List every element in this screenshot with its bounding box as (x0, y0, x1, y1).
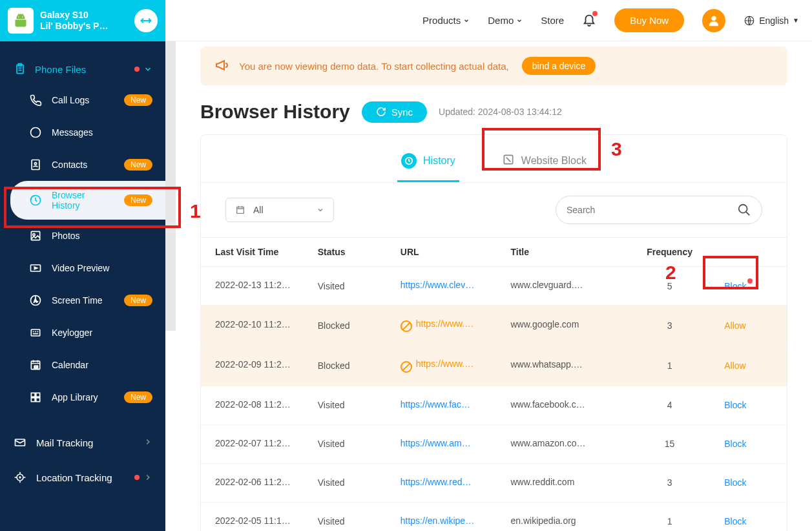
sidebar-item-location-tracking[interactable]: Location Tracking (0, 460, 165, 495)
refresh-icon (376, 107, 386, 117)
sidebar-item-label: Calendar (52, 360, 88, 370)
cell-action: Block (718, 463, 787, 502)
notification-dot (134, 67, 140, 72)
cell-url: https://en.wikipe… (394, 502, 505, 531)
cell-action: Allow (718, 346, 787, 386)
cell-title: www.whatsapp.… (504, 346, 621, 386)
col-action (718, 238, 787, 267)
new-badge: New (124, 194, 152, 206)
col-title: Title (504, 238, 621, 267)
switch-device-icon[interactable] (134, 9, 158, 32)
sidebar-item-keylogger[interactable]: Keylogger (0, 317, 165, 349)
action-block[interactable]: Block (724, 477, 746, 488)
svg-point-7 (33, 234, 35, 236)
updated-text: Updated: 2024-08-03 13:44:12 (439, 107, 562, 117)
search-input[interactable] (567, 205, 731, 215)
cell-action: Block (718, 424, 787, 463)
clipboard-icon (13, 62, 27, 76)
cell-frequency: 3 (621, 306, 718, 346)
cell-time: 2022-02-09 11:2… (201, 346, 311, 386)
sidebar-item-label: Call Logs (52, 95, 89, 105)
chevron-down-icon (463, 17, 470, 24)
sidebar-item-screen-time[interactable]: AScreen TimeNew (0, 284, 165, 317)
sidebar-section-label: Phone Files (35, 64, 86, 75)
col-status: Status (311, 238, 394, 267)
action-block[interactable]: Block (724, 439, 746, 449)
action-block[interactable]: Block (724, 516, 746, 526)
sync-button[interactable]: Sync (362, 101, 427, 123)
search-box[interactable] (556, 196, 762, 224)
nav-icon (28, 261, 43, 275)
language-selector[interactable]: English ▼ (744, 15, 799, 26)
nav-icon (28, 193, 43, 207)
url-link[interactable]: https://www.… (416, 318, 474, 329)
nav-icon: 12 (28, 358, 43, 372)
cell-status: Visited (311, 424, 394, 463)
table-row: 2022-02-05 11:1…Visitedhttps://en.wikipe… (201, 502, 787, 531)
svg-rect-14 (31, 393, 35, 397)
sidebar-item-app-library[interactable]: App LibraryNew (0, 381, 165, 413)
nav-store[interactable]: Store (541, 15, 564, 26)
url-link[interactable]: https://en.wikipe… (401, 515, 474, 526)
scrollbar[interactable] (165, 41, 176, 331)
table-row: 2022-02-10 11:2…Blockedhttps://www.…www.… (201, 306, 787, 346)
sidebar-item-label: Mail Tracking (36, 437, 93, 448)
cell-title: www.amazon.co… (504, 424, 621, 463)
url-link[interactable]: https://www.am… (401, 438, 471, 448)
nav-demo[interactable]: Demo (488, 15, 523, 26)
cell-action: Block (718, 502, 787, 531)
tab-website-block[interactable]: Website Block (498, 147, 590, 182)
cell-time: 2022-02-07 11:2… (201, 424, 311, 463)
sidebar-item-messages[interactable]: Messages (0, 116, 165, 149)
globe-icon (744, 15, 755, 26)
chevron-right-icon (143, 473, 152, 482)
action-allow[interactable]: Allow (724, 320, 745, 331)
cell-status: Blocked (311, 306, 394, 346)
sidebar-item-photos[interactable]: Photos (0, 220, 165, 252)
sidebar-item-video-preview[interactable]: Video Preview (0, 252, 165, 284)
sidebar-item-mail-tracking[interactable]: Mail Tracking (0, 425, 165, 460)
nav-products[interactable]: Products (422, 15, 470, 26)
android-icon (8, 8, 34, 34)
avatar[interactable] (702, 9, 725, 32)
sidebar-item-label: Messages (52, 127, 93, 138)
clock-icon (401, 153, 417, 169)
sidebar: Galaxy S10 Lil' Bobby's Pho… Phone Files… (0, 0, 165, 531)
chevron-down-icon (317, 206, 324, 214)
nav-icon: A (28, 293, 43, 307)
sidebar-item-call-logs[interactable]: Call LogsNew (0, 84, 165, 116)
nav-icon (28, 326, 43, 340)
notifications-icon[interactable] (582, 12, 596, 29)
action-block[interactable]: Block (724, 281, 746, 291)
action-block[interactable]: Block (724, 400, 746, 410)
svg-rect-16 (31, 398, 35, 402)
device-header: Galaxy S10 Lil' Bobby's Pho… (0, 0, 165, 41)
nav-icon (28, 93, 43, 107)
sidebar-item-calendar[interactable]: 12Calendar (0, 349, 165, 381)
svg-text:A: A (34, 298, 37, 303)
bind-device-button[interactable]: bind a device (522, 57, 596, 75)
buy-now-button[interactable]: Buy Now (614, 8, 684, 32)
sidebar-item-label: Contacts (52, 160, 87, 170)
url-link[interactable]: https://www.… (416, 359, 474, 369)
tab-history[interactable]: History (397, 147, 459, 182)
col-url: URL (394, 238, 505, 267)
sidebar-item-label: Screen Time (52, 295, 103, 306)
cell-time: 2022-02-06 11:2… (201, 463, 311, 502)
date-filter-dropdown[interactable]: All (225, 198, 334, 222)
nav-icon (28, 125, 43, 140)
cell-url: https://www.clev… (394, 267, 505, 306)
sidebar-section-phone-files[interactable]: Phone Files (0, 54, 165, 84)
url-link[interactable]: https://www.fac… (401, 399, 470, 410)
notification-dot (592, 11, 598, 16)
sidebar-item-browser-history[interactable]: Browser HistoryNew (10, 181, 165, 220)
url-link[interactable]: https://www.red… (401, 477, 472, 487)
page-title: Browser History (200, 101, 350, 123)
svg-point-26 (739, 205, 747, 213)
sidebar-item-contacts[interactable]: ContactsNew (0, 149, 165, 181)
svg-rect-6 (31, 231, 39, 240)
cell-status: Blocked (311, 346, 394, 386)
action-allow[interactable]: Allow (724, 360, 745, 371)
url-link[interactable]: https://www.clev… (401, 280, 474, 290)
svg-point-0 (18, 16, 19, 17)
